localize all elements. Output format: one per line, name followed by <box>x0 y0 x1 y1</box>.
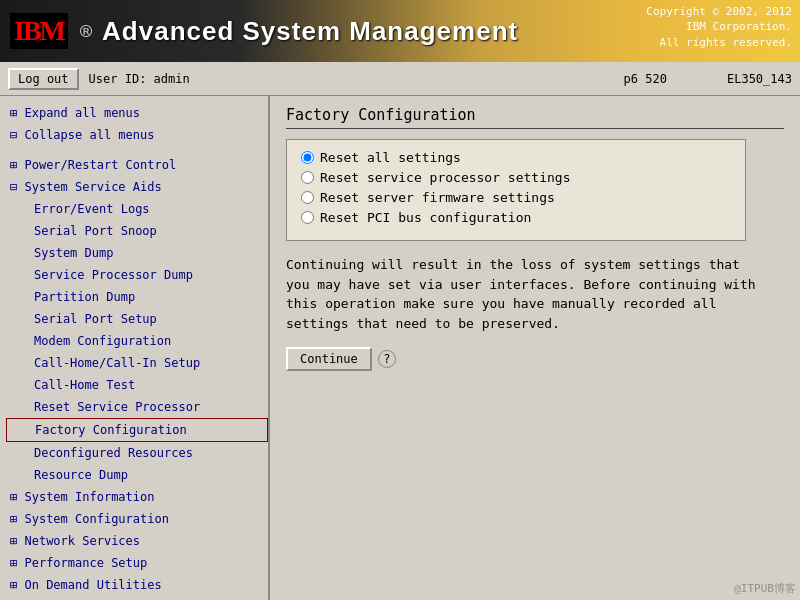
radio-input-reset-pci[interactable] <box>301 211 314 224</box>
warning-text: Continuing will result in the loss of sy… <box>286 255 756 333</box>
continue-button[interactable]: Continue <box>286 347 372 371</box>
header: IBM ® Advanced System Management Copyrig… <box>0 0 800 62</box>
sidebar-item-network-services[interactable]: ⊞ Network Services <box>6 530 268 552</box>
main-layout: ⊞ Expand all menus ⊟ Collapse all menus … <box>0 96 800 600</box>
header-title: Advanced System Management <box>102 16 518 47</box>
sidebar-item-system-dump[interactable]: System Dump <box>6 242 268 264</box>
sidebar-item-power-restart[interactable]: ⊞ Power/Restart Control <box>6 154 268 176</box>
sidebar: ⊞ Expand all menus ⊟ Collapse all menus … <box>0 96 270 600</box>
sidebar-item-serial-port-setup[interactable]: Serial Port Setup <box>6 308 268 330</box>
button-row: Continue ? <box>286 347 784 371</box>
sidebar-item-system-configuration[interactable]: ⊞ System Configuration <box>6 508 268 530</box>
radio-input-reset-sp[interactable] <box>301 171 314 184</box>
sidebar-item-on-demand-utilities[interactable]: ⊞ On Demand Utilities <box>6 574 268 596</box>
plus-icon: ⊞ <box>10 534 24 548</box>
sidebar-item-modem-configuration[interactable]: Modem Configuration <box>6 330 268 352</box>
sidebar-item-resource-dump[interactable]: Resource Dump <box>6 464 268 486</box>
help-icon[interactable]: ? <box>378 350 396 368</box>
toolbar: Log out User ID: admin p6 520 EL350_143 <box>0 62 800 96</box>
sidebar-item-call-home-callin-setup[interactable]: Call-Home/Call-In Setup <box>6 352 268 374</box>
radio-item-reset-firmware[interactable]: Reset server firmware settings <box>301 190 731 205</box>
sidebar-item-call-home-test[interactable]: Call-Home Test <box>6 374 268 396</box>
sidebar-item-system-information[interactable]: ⊞ System Information <box>6 486 268 508</box>
radio-item-reset-all[interactable]: Reset all settings <box>301 150 731 165</box>
sidebar-item-reset-service-processor[interactable]: Reset Service Processor <box>6 396 268 418</box>
radio-input-reset-firmware[interactable] <box>301 191 314 204</box>
expand-all-menus[interactable]: ⊞ Expand all menus <box>6 102 268 124</box>
registered-mark: ® <box>80 19 92 43</box>
sidebar-item-system-service-aids[interactable]: ⊟ System Service Aids <box>6 176 268 198</box>
sidebar-item-performance-setup[interactable]: ⊞ Performance Setup <box>6 552 268 574</box>
sidebar-item-factory-configuration[interactable]: Factory Configuration <box>6 418 268 442</box>
content-title: Factory Configuration <box>286 106 784 129</box>
sidebar-item-partition-dump[interactable]: Partition Dump <box>6 286 268 308</box>
system-id-label: p6 520 <box>624 72 667 86</box>
plus-icon: ⊞ <box>10 158 24 172</box>
plus-icon: ⊞ <box>10 578 24 592</box>
radio-input-reset-all[interactable] <box>301 151 314 164</box>
sidebar-items-container: ⊞ Power/Restart Control⊟ System Service … <box>6 154 268 596</box>
sidebar-item-error-event-logs[interactable]: Error/Event Logs <box>6 198 268 220</box>
minus-icon: ⊟ <box>10 180 24 194</box>
content-area: Factory Configuration Reset all settings… <box>270 96 800 600</box>
ibm-logo: IBM <box>10 13 68 49</box>
expand-icon: ⊞ <box>10 106 24 120</box>
copyright-text: Copyright © 2002, 2012IBM Corporation.Al… <box>646 4 792 50</box>
radio-item-reset-sp[interactable]: Reset service processor settings <box>301 170 731 185</box>
collapse-icon: ⊟ <box>10 128 24 142</box>
watermark: @ITPUB博客 <box>734 581 796 596</box>
user-id-label: User ID: admin <box>89 72 190 86</box>
radio-items-container: Reset all settingsReset service processo… <box>301 150 731 225</box>
plus-icon: ⊞ <box>10 556 24 570</box>
radio-group: Reset all settingsReset service processo… <box>286 139 746 241</box>
logout-button[interactable]: Log out <box>8 68 79 90</box>
collapse-all-menus[interactable]: ⊟ Collapse all menus <box>6 124 268 146</box>
plus-icon: ⊞ <box>10 490 24 504</box>
sidebar-item-serial-port-snoop[interactable]: Serial Port Snoop <box>6 220 268 242</box>
hostname-label: EL350_143 <box>727 72 792 86</box>
sidebar-item-service-processor-dump[interactable]: Service Processor Dump <box>6 264 268 286</box>
radio-item-reset-pci[interactable]: Reset PCI bus configuration <box>301 210 731 225</box>
sidebar-item-deconfigured-resources[interactable]: Deconfigured Resources <box>6 442 268 464</box>
plus-icon: ⊞ <box>10 512 24 526</box>
